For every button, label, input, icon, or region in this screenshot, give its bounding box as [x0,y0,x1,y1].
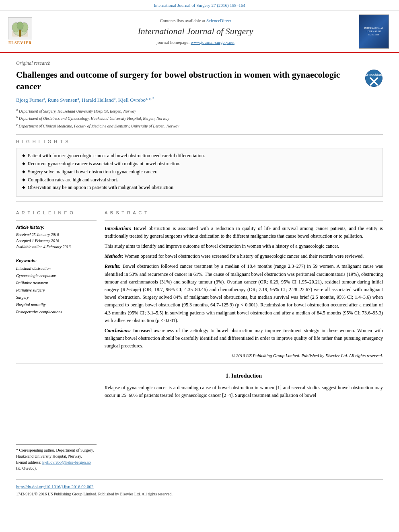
bullet-3: ◆ [22,169,25,175]
publisher-logo-area: ELSEVIER [8,17,32,46]
divider-3 [16,364,383,364]
main-content: Original research Challenges and outcome… [0,53,399,505]
keyword-4: Palliative surgery [16,287,97,294]
article-title-text: Challenges and outcome of surgery for bo… [16,69,361,92]
journal-homepage: journal homepage: www.journal-surgery.ne… [32,39,359,45]
doi-link[interactable]: http://dx.doi.org/10.1016/j.ijsu.2016.02… [16,484,94,489]
highlight-3: ◆ Surgery solve malignant bowel obstruct… [22,168,377,175]
abstract-methods: Methods: Women operated for bowel obstru… [105,253,383,260]
author-svensen: Rune Svensen [48,97,78,103]
journal-title-area: Contents lists available at ScienceDirec… [32,18,359,46]
section-title: Introduction [231,373,262,379]
introduction-title: 1. Introduction [105,372,383,380]
sciencedirect-link[interactable]: ScienceDirect [206,18,231,23]
journal-thumb-text: INTERNATIONALJOURNAL OFSURGERY [364,27,384,36]
contents-line: Contents lists available at ScienceDirec… [32,18,359,24]
conclusions-text: Increased awareness of the aetiology to … [105,328,383,349]
author-ovrebo: Kjell Ovrebo [118,97,146,103]
email-footnote: E-mail address: kjell.ovrebo@helse-berge… [16,459,97,471]
authors-line: Bjorg Furnesa, Rune Svensena, Harald Hel… [16,96,383,104]
divider-bottom [16,479,383,480]
email-link[interactable]: kjell.ovrebo@helse-bergen.no [42,460,91,464]
keyword-7: Postoperative complications [16,308,97,316]
keyword-5: Surgery [16,294,97,301]
email-label: E-mail address: [16,460,41,464]
received-date: Received 25 January 2016 [16,232,97,238]
article-info-abstract: A R T I C L E I N F O Article history: R… [16,206,383,359]
journal-citation-bar: International Journal of Surgery 27 (201… [0,0,399,10]
available-date: Available online 4 February 2016 [16,244,97,250]
methods-title-label: Methods: [105,253,123,259]
affiliation-a: a Department of Surgery, Haukeland Unive… [16,107,383,115]
highlights-heading: H I G H L I G H T S [16,139,383,145]
abstract-text: Introduction: Bowel obstruction is assoc… [105,225,383,359]
svg-point-4 [17,22,23,30]
highlights-box: ◆ Patient with former gynaecologic cance… [16,148,383,197]
article-title-area: Challenges and outcome of surgery for bo… [16,69,383,92]
bullet-5: ◆ [22,185,25,190]
highlight-2: ◆ Recurrent gynaecologic cancer is assoc… [22,160,377,167]
intro-right-text: 1. Introduction Relapse of gynaecologic … [105,372,383,471]
abstract-heading: A B S T R A C T [105,210,383,216]
journal-header: ELSEVIER Contents lists available at Sci… [0,10,399,53]
keyword-3: Palliative treatment [16,279,97,287]
bullet-4: ◆ [22,177,25,183]
doi-line[interactable]: http://dx.doi.org/10.1016/j.ijsu.2016.02… [16,484,383,490]
article-info-column: A R T I C L E I N F O Article history: R… [16,206,97,359]
keywords-list: Intestinal obstruction Gynaecologic neop… [16,265,97,316]
svg-text:CrossMark: CrossMark [365,73,383,77]
highlight-5: ◆ Observation may be an option in patien… [22,184,377,191]
affiliations: a Department of Surgery, Haukeland Unive… [16,107,383,129]
abstract-column: A B S T R A C T Introduction: Bowel obst… [105,206,383,359]
intro-paragraph: Relapse of gynaecologic cancer is a dema… [105,384,383,399]
introduction-section: * Corresponding author. Department of Su… [16,372,383,471]
abstract-intro: Introduction: Bowel obstruction is assoc… [105,225,383,240]
affiliation-b: b Department of Obstetrics and Gynaecolo… [16,115,383,122]
copyright-bottom: 1743-9191/© 2016 IJS Publishing Group Li… [16,491,383,497]
intro-text: Bowel obstruction is associated with a r… [105,226,383,239]
article-history: Article history: Received 25 January 201… [16,225,97,250]
author-furnes: Bjorg Furnes [16,97,43,103]
keyword-6: Hospital mortality [16,301,97,308]
abstract-conclusions: Conclusions: Increased awareness of the … [105,327,383,350]
keywords-section: Keywords: Intestinal obstruction Gynaeco… [16,258,97,316]
svg-point-6 [366,70,383,87]
intro-left-footnotes: * Corresponding author. Department of Su… [16,372,97,471]
journal-thumbnail-area: INTERNATIONALJOURNAL OFSURGERY [359,14,391,49]
accepted-date: Accepted 1 February 2016 [16,238,97,244]
journal-thumbnail: INTERNATIONALJOURNAL OFSURGERY [359,14,389,49]
methods-text: Women operated for bowel obstruction wer… [124,253,364,259]
affiliation-c: c Department of Clinical Medicine, Facul… [16,122,383,129]
footnote-area: * Corresponding author. Department of Su… [16,444,97,471]
author-helland: Harald Helland [82,97,114,103]
corresponding-footnote: * Corresponding author. Department of Su… [16,447,97,459]
highlight-4: ◆ Complication rates are high and surviv… [22,177,377,183]
citation-text: International Journal of Surgery 27 (201… [154,3,245,8]
aims-text: This study aims to identify and improve … [105,243,339,249]
section-number: 1. [226,373,230,379]
crossmark-logo[interactable]: CrossMark [365,69,383,87]
divider-info-2 [16,254,97,254]
article-type: Original research [16,60,383,67]
journal-title: International Journal of Surgery [32,25,359,38]
results-text: Bowel obstruction followed cancer treatm… [105,263,383,323]
intro-title-label: Introduction: [105,226,132,231]
bullet-1: ◆ [22,153,25,158]
divider-abstract [105,220,383,221]
conclusions-title-label: Conclusions: [105,328,131,333]
highlight-1: ◆ Patient with former gynaecologic cance… [22,152,377,159]
abstract-copyright: © 2016 IJS Publishing Group Limited. Pub… [105,352,383,359]
article-info-heading: A R T I C L E I N F O [16,210,97,216]
bullet-2: ◆ [22,161,25,166]
divider-info-1 [16,220,97,221]
email-person: (K. Ovrebo). [16,466,37,470]
elsevier-logo: ELSEVIER [8,17,32,46]
keywords-label: Keywords: [16,258,97,264]
keyword-2: Gynaecologic neoplasms [16,272,97,279]
homepage-link[interactable]: www.journal-surgery.net [191,40,234,45]
divider-1 [16,134,383,135]
keyword-1: Intestinal obstruction [16,265,97,272]
abstract-aims: This study aims to identify and improve … [105,242,383,250]
divider-2 [16,201,383,202]
elsevier-name-text: ELSEVIER [8,40,32,46]
